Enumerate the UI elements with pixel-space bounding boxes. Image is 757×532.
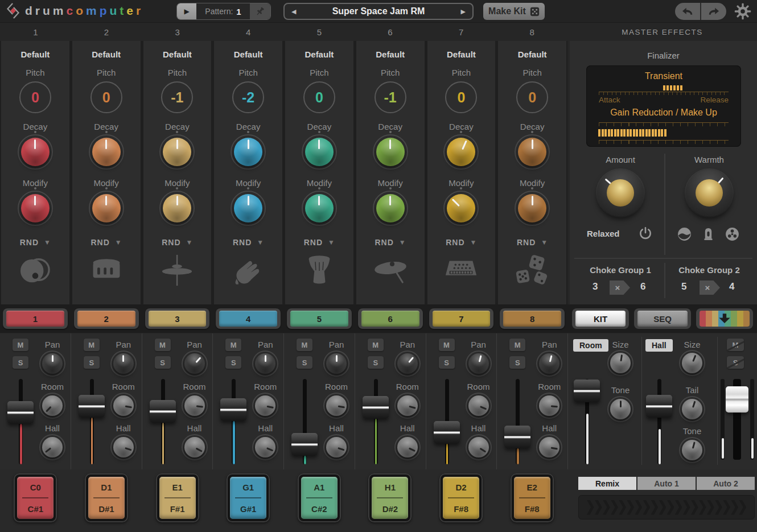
redo-button[interactable] xyxy=(701,3,726,20)
room-send-knob[interactable] xyxy=(184,395,205,416)
hall-send-knob[interactable] xyxy=(539,437,559,457)
rnd-control[interactable]: RND▼ xyxy=(233,238,264,247)
modify-knob[interactable] xyxy=(518,194,546,222)
pad-4[interactable]: G1G#1 xyxy=(227,473,270,522)
hall-send-knob[interactable] xyxy=(42,437,63,457)
pan-knob[interactable] xyxy=(113,353,134,374)
channel-preset-name[interactable]: Default xyxy=(376,50,405,59)
choke-group-1-left[interactable]: 3 xyxy=(593,281,598,292)
pad-3[interactable]: E1F#1 xyxy=(156,473,199,522)
solo-button[interactable]: S xyxy=(509,356,525,369)
pad-6[interactable]: H1D#2 xyxy=(368,473,412,522)
synth-icon[interactable] xyxy=(443,253,479,288)
modify-knob[interactable] xyxy=(376,194,405,222)
decay-knob[interactable] xyxy=(518,138,546,166)
room-send-knob[interactable] xyxy=(42,395,63,416)
decay-knob[interactable] xyxy=(305,138,334,166)
auto2-button[interactable]: Auto 2 xyxy=(697,477,755,490)
remix-pattern-display[interactable] xyxy=(578,495,755,519)
channel-preset-name[interactable]: Default xyxy=(305,50,334,59)
hall-return-fader[interactable] xyxy=(646,379,672,464)
channel-preset-name[interactable]: Default xyxy=(163,50,192,59)
kit-dropdown-button[interactable] xyxy=(696,308,753,329)
room-send-knob[interactable] xyxy=(255,395,275,416)
modify-knob[interactable] xyxy=(305,194,334,222)
room-send-knob[interactable] xyxy=(539,395,559,416)
decay-knob[interactable] xyxy=(447,138,475,166)
mute-button[interactable]: M xyxy=(13,339,28,351)
compressor-mode[interactable]: Relaxed xyxy=(587,229,620,238)
channel-1-button[interactable]: 1 xyxy=(3,308,68,329)
solo-button[interactable]: S xyxy=(225,356,241,369)
warmth-knob[interactable] xyxy=(686,170,733,216)
hall-tail-knob[interactable] xyxy=(682,399,702,419)
modify-knob[interactable] xyxy=(21,194,50,222)
pan-knob[interactable] xyxy=(255,353,275,374)
hall-send-knob[interactable] xyxy=(468,437,489,457)
choke-group-1-right[interactable]: 6 xyxy=(640,281,645,292)
master-solo-button[interactable]: S xyxy=(727,356,744,369)
transient-meter[interactable] xyxy=(663,85,682,90)
channel-fader[interactable] xyxy=(504,379,530,464)
pitch-control[interactable]: 0 xyxy=(303,81,335,113)
solo-button[interactable]: S xyxy=(439,356,455,369)
modify-knob[interactable] xyxy=(447,194,475,222)
channel-4-button[interactable]: 4 xyxy=(216,308,281,329)
modify-knob[interactable] xyxy=(92,194,121,222)
play-button[interactable]: ▶ xyxy=(177,3,196,19)
channel-8-button[interactable]: 8 xyxy=(500,308,565,329)
pitch-control[interactable]: -2 xyxy=(232,81,264,113)
rnd-control[interactable]: RND▼ xyxy=(517,238,548,247)
hihat-icon[interactable] xyxy=(159,253,195,288)
rnd-control[interactable]: RND▼ xyxy=(304,238,335,247)
saturation-mode-button[interactable] xyxy=(677,226,692,244)
tape-mode-button[interactable] xyxy=(725,226,740,244)
pitch-control[interactable]: 0 xyxy=(445,81,477,113)
tab-kit[interactable]: KIT xyxy=(572,308,629,329)
tab-seq[interactable]: SEQ xyxy=(634,308,691,329)
auto1-button[interactable]: Auto 1 xyxy=(637,477,696,490)
channel-fader[interactable] xyxy=(150,379,176,464)
channel-7-button[interactable]: 7 xyxy=(429,308,494,329)
mute-button[interactable]: M xyxy=(509,339,525,351)
channel-6-button[interactable]: 6 xyxy=(358,308,423,329)
modify-knob[interactable] xyxy=(163,194,191,222)
pan-knob[interactable] xyxy=(326,353,347,374)
choke-group-2-badge[interactable]: × xyxy=(700,281,720,295)
choke-group-2-left[interactable]: 5 xyxy=(681,281,686,292)
pitch-control[interactable]: -1 xyxy=(161,81,193,113)
channel-preset-name[interactable]: Default xyxy=(92,50,121,59)
solo-button[interactable]: S xyxy=(13,356,28,369)
decay-knob[interactable] xyxy=(21,138,50,166)
pan-knob[interactable] xyxy=(397,353,418,374)
solo-button[interactable]: S xyxy=(368,356,384,369)
pad-8[interactable]: E2F#8 xyxy=(511,473,554,522)
pitch-control[interactable]: 0 xyxy=(19,81,51,113)
room-size-knob[interactable] xyxy=(610,353,631,373)
channel-2-button[interactable]: 2 xyxy=(74,308,139,329)
room-send-knob[interactable] xyxy=(113,395,134,416)
make-kit-button[interactable]: Make Kit xyxy=(483,3,545,20)
room-tone-knob[interactable] xyxy=(610,399,631,419)
channel-3-button[interactable]: 3 xyxy=(145,308,210,329)
pitch-control[interactable]: -1 xyxy=(375,81,406,113)
pad-2[interactable]: D1D#1 xyxy=(85,473,128,522)
amount-knob[interactable] xyxy=(597,170,644,216)
hall-size-knob[interactable] xyxy=(682,353,702,373)
decay-knob[interactable] xyxy=(376,138,405,166)
channel-fader[interactable] xyxy=(291,379,318,464)
master-fader[interactable] xyxy=(724,379,750,460)
mute-button[interactable]: M xyxy=(84,339,100,351)
channel-fader[interactable] xyxy=(7,379,34,464)
cymbal-icon[interactable] xyxy=(372,253,409,288)
decay-knob[interactable] xyxy=(163,138,191,166)
modify-knob[interactable] xyxy=(234,194,262,222)
pattern-pin-button[interactable] xyxy=(250,3,270,19)
pan-knob[interactable] xyxy=(184,353,205,374)
rnd-control[interactable]: RND▼ xyxy=(20,238,51,247)
preset-browser[interactable]: ◀ Super Space Jam RM ▶ xyxy=(283,3,474,20)
preset-next-button[interactable]: ▶ xyxy=(458,4,469,19)
dice-icon[interactable] xyxy=(515,253,549,288)
rnd-control[interactable]: RND▼ xyxy=(446,238,476,247)
undo-button[interactable] xyxy=(675,3,701,20)
